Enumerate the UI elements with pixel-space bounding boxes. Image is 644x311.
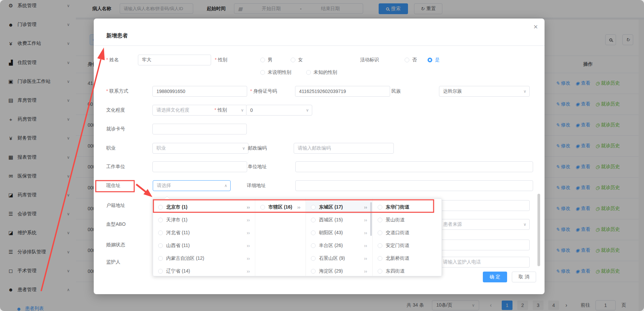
radio-button[interactable] bbox=[378, 230, 382, 235]
cascade-option[interactable]: 天津市 (1) › bbox=[153, 214, 255, 226]
name-label: 姓名 bbox=[106, 57, 119, 63]
gender-label: 性别 bbox=[215, 57, 227, 63]
postal-code-input[interactable]: 请输入邮政编码 bbox=[294, 143, 394, 154]
chevron-right-icon: › bbox=[364, 269, 367, 274]
cascade-option[interactable]: 东华门街道 › bbox=[373, 201, 441, 214]
cascade-option[interactable]: 北京市 (1) › bbox=[153, 201, 255, 214]
radio-button[interactable] bbox=[158, 269, 163, 274]
cascade-option[interactable]: 北新桥街道 › bbox=[373, 252, 441, 265]
close-icon[interactable] bbox=[533, 23, 538, 31]
cascade-option[interactable]: 丰台区 (26) › bbox=[306, 239, 372, 252]
postal-code-label: 邮政编码 bbox=[248, 145, 267, 151]
modal-scrollbar-thumb[interactable] bbox=[537, 194, 540, 266]
radio-button[interactable] bbox=[378, 243, 382, 248]
confirm-button[interactable]: 确 定 bbox=[483, 272, 507, 282]
contact-input[interactable]: 19880991650 bbox=[152, 86, 247, 97]
modal-title: 新增患者 bbox=[106, 32, 128, 39]
radio-button bbox=[291, 58, 295, 62]
chevron-right-icon: › bbox=[297, 205, 300, 210]
unit-address-input[interactable] bbox=[295, 161, 533, 172]
visit-card-input[interactable] bbox=[152, 124, 247, 134]
radio-button[interactable] bbox=[311, 243, 316, 248]
gender-radio-unstated[interactable]: 未说明性别 bbox=[260, 69, 291, 75]
cancel-button[interactable]: 取 消 bbox=[512, 272, 536, 282]
radio-button[interactable] bbox=[378, 218, 382, 222]
guardian-phone-input[interactable]: 请输入监护人电话 bbox=[439, 257, 530, 268]
radio-button[interactable] bbox=[158, 205, 163, 210]
radio-button bbox=[405, 58, 409, 62]
radio-button[interactable] bbox=[311, 205, 316, 210]
blood-type-label: 血型ABO bbox=[106, 221, 126, 227]
form-row-gender-extra: 未说明性别 未知的性别 bbox=[94, 67, 545, 78]
cascade-option[interactable]: 内蒙古自治区 (12) › bbox=[153, 252, 255, 265]
active-flag-radio-yes[interactable]: 是 bbox=[428, 57, 440, 63]
cascade-option[interactable]: 朝阳区 (43) › bbox=[306, 226, 372, 239]
cascade-option[interactable]: 石景山区 (9) › bbox=[306, 252, 372, 265]
chevron-down-icon bbox=[242, 146, 245, 151]
cascade-option[interactable]: 山西省 (11) › bbox=[153, 239, 255, 252]
divider bbox=[94, 45, 545, 46]
chevron-right-icon: › bbox=[247, 269, 250, 274]
cascade-option[interactable]: 海淀区 (29) › bbox=[306, 265, 372, 276]
patient-source-select[interactable]: 患者来源 bbox=[439, 219, 530, 230]
radio-button[interactable] bbox=[158, 230, 163, 235]
radio-button[interactable] bbox=[378, 205, 382, 210]
active-flag-radio-no[interactable]: 否 bbox=[405, 57, 417, 63]
form-row-occupation: 职业 职业 邮政编码 请输入邮政编码 bbox=[94, 143, 545, 154]
chevron-right-icon: › bbox=[247, 256, 250, 261]
gender-radio-male[interactable]: 男 bbox=[260, 57, 272, 63]
gender-radio-unknown[interactable]: 未知的性别 bbox=[306, 69, 337, 75]
ethnicity-select[interactable]: 达斡尔族 bbox=[439, 86, 530, 97]
cascade-option-label: 辽宁省 (14) bbox=[166, 268, 190, 274]
form-row-visit-card: 就诊卡号 bbox=[94, 124, 545, 134]
cascade-option[interactable]: 河北省 (11) › bbox=[153, 226, 255, 239]
cascade-option-label: 石景山区 (9) bbox=[319, 255, 345, 261]
cascade-option[interactable]: 西城区 (15) › bbox=[306, 214, 372, 226]
household-detail-input[interactable] bbox=[439, 200, 530, 211]
chevron-right-icon: › bbox=[247, 230, 250, 236]
education-select[interactable]: 请选择文化程度 bbox=[152, 105, 247, 116]
radio-button[interactable] bbox=[378, 256, 382, 261]
cascade-option-label: 海淀区 (29) bbox=[319, 268, 343, 274]
cascade-option-label: 朝阳区 (43) bbox=[319, 230, 343, 236]
radio-button[interactable] bbox=[158, 256, 163, 261]
scrollbar-thumb[interactable] bbox=[370, 202, 372, 236]
detail-address-label: 详细地址 bbox=[247, 183, 266, 189]
marital-extra-input[interactable] bbox=[439, 240, 530, 250]
name-input[interactable]: 牢大 bbox=[138, 55, 211, 65]
radio-button[interactable] bbox=[311, 230, 316, 235]
occupation-select[interactable]: 职业 bbox=[152, 143, 248, 154]
gender-code-select[interactable]: 0 bbox=[246, 105, 312, 116]
chevron-down-icon bbox=[306, 108, 309, 113]
cascade-option-label: 内蒙古自治区 (12) bbox=[166, 255, 204, 261]
cascade-option[interactable]: 东城区 (17) › bbox=[306, 201, 372, 214]
gender-radio-female[interactable]: 女 bbox=[291, 57, 303, 63]
id-number-input[interactable]: 411625192602039719 bbox=[295, 86, 390, 97]
radio-button bbox=[260, 70, 265, 75]
radio-button[interactable] bbox=[260, 205, 265, 210]
radio-button[interactable] bbox=[158, 218, 163, 222]
chevron-down-icon bbox=[523, 89, 526, 94]
cascade-option[interactable]: 市辖区 (16) › bbox=[255, 201, 305, 214]
current-address-cascader[interactable]: 请选择∧ bbox=[153, 180, 231, 191]
work-unit-label: 工作单位 bbox=[106, 164, 125, 170]
cascade-option[interactable]: 东四街道 › bbox=[373, 265, 441, 276]
radio-button[interactable] bbox=[311, 218, 316, 222]
cascade-option[interactable]: 辽宁省 (14) › bbox=[153, 265, 255, 276]
cascade-option-label: 交道口街道 bbox=[386, 230, 409, 236]
chevron-right-icon: › bbox=[364, 230, 367, 236]
radio-button bbox=[306, 70, 311, 75]
cascade-option[interactable]: 安定门街道 › bbox=[373, 239, 441, 252]
cascade-option[interactable]: 景山街道 › bbox=[373, 214, 441, 226]
work-unit-input[interactable] bbox=[152, 161, 247, 172]
chevron-right-icon: › bbox=[364, 217, 367, 223]
radio-button[interactable] bbox=[311, 269, 316, 274]
radio-button[interactable] bbox=[378, 269, 382, 274]
radio-button[interactable] bbox=[311, 256, 316, 261]
radio-button bbox=[260, 58, 265, 62]
cascade-option-label: 山西省 (11) bbox=[166, 243, 190, 249]
cascade-option[interactable]: 交道口街道 › bbox=[373, 226, 441, 239]
radio-button[interactable] bbox=[158, 243, 163, 248]
detail-address-input[interactable] bbox=[295, 180, 533, 191]
chevron-right-icon: › bbox=[247, 205, 250, 210]
